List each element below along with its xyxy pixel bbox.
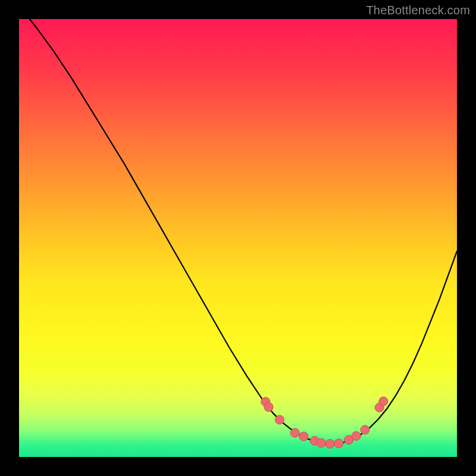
marker-point	[352, 431, 361, 440]
marker-point	[317, 439, 325, 447]
marker-point	[325, 439, 334, 448]
marker-point	[379, 397, 388, 406]
marker-group	[261, 397, 388, 448]
marker-point	[299, 432, 308, 441]
marker-point	[290, 428, 299, 437]
marker-point	[275, 415, 284, 424]
plot-area	[19, 19, 457, 457]
marker-point	[264, 403, 273, 412]
bottleneck-curve	[19, 19, 457, 444]
bottleneck-chart	[19, 19, 457, 457]
watermark-label: TheBottleneck.com	[366, 4, 470, 17]
marker-point	[361, 425, 369, 434]
marker-point	[334, 439, 343, 448]
chart-frame: TheBottleneck.com	[0, 0, 476, 476]
